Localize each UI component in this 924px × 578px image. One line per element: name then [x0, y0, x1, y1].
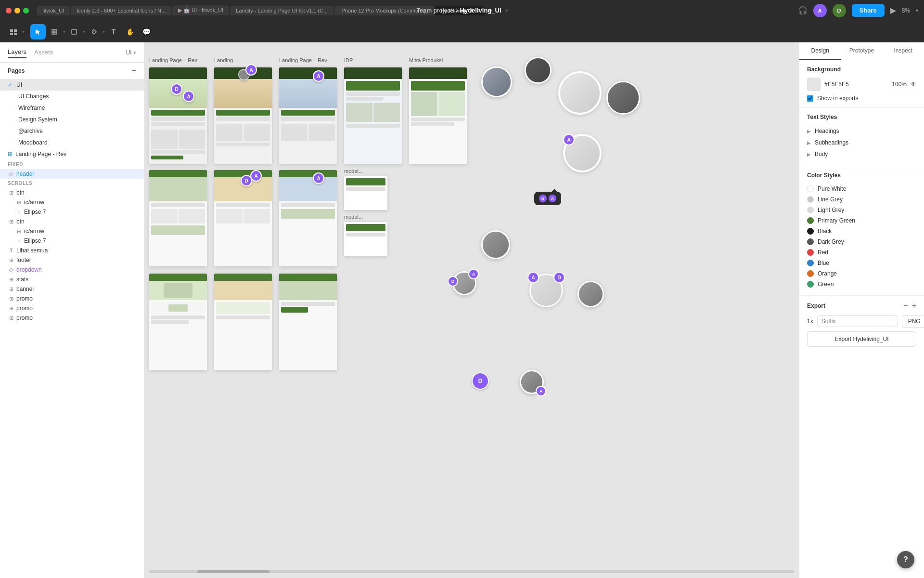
text-style-subheadings[interactable]: ▶ Subheadings: [807, 137, 916, 148]
menu-tool[interactable]: [6, 24, 21, 39]
frame-thumb-4[interactable]: [344, 67, 402, 164]
select-tool[interactable]: [30, 24, 46, 39]
browser-tab-fitwok2[interactable]: ▶ 🤖 UI - fitwok_UI: [172, 5, 229, 15]
frame-thumb-modal-1[interactable]: [344, 176, 387, 210]
canvas-floating-avatar-4: [481, 230, 510, 259]
zoom-level[interactable]: 8%: [902, 7, 910, 14]
background-hex-value[interactable]: #E5E5E5: [824, 81, 879, 88]
layer-ic-arrow-2[interactable]: ⊞ ic/arrow: [0, 226, 144, 236]
menu-arrow[interactable]: ▾: [22, 29, 25, 34]
canvas[interactable]: Landing Page – Rev: [144, 42, 799, 578]
user-avatar-2[interactable]: D: [833, 4, 846, 17]
tab-design[interactable]: Design: [799, 42, 841, 60]
close-traffic-light[interactable]: [6, 8, 12, 13]
frame-arrow[interactable]: ▾: [63, 29, 65, 34]
page-item-design-system[interactable]: Design System: [0, 114, 144, 125]
browser-tab-fitwok[interactable]: fitwok_UI: [37, 6, 70, 15]
pen-tool[interactable]: [86, 24, 102, 39]
help-button[interactable]: ?: [897, 551, 914, 568]
frame-thumb-11[interactable]: [279, 274, 337, 370]
color-style-orange[interactable]: Orange: [807, 268, 916, 279]
color-style-line-grey[interactable]: Line Grey: [807, 194, 916, 205]
layer-label: banner: [16, 286, 34, 292]
tab-assets[interactable]: Assets: [34, 47, 53, 58]
file-dropdown-arrow[interactable]: ▾: [505, 8, 508, 13]
shape-arrow[interactable]: ▾: [83, 29, 85, 34]
share-button[interactable]: Share: [852, 4, 885, 17]
add-page-button[interactable]: +: [132, 66, 136, 75]
color-style-black[interactable]: Black: [807, 226, 916, 236]
layer-promo-2[interactable]: ⊞ promo: [0, 303, 144, 313]
text-style-body[interactable]: ▶ Body: [807, 148, 916, 160]
frame-thumb-8[interactable]: [279, 170, 337, 266]
layer-footer[interactable]: ⊞ footer: [0, 255, 144, 265]
export-suffix-input[interactable]: [817, 315, 898, 327]
page-item-landing[interactable]: ⊞ Landing Page - Rev: [0, 148, 144, 160]
layer-ellipse-1[interactable]: ○ Ellipse 7: [0, 207, 144, 217]
layer-header[interactable]: ◇ header: [0, 169, 144, 179]
add-export-button[interactable]: +: [912, 302, 916, 310]
page-item-archive[interactable]: @archive: [0, 125, 144, 137]
frame-thumb-9[interactable]: [149, 274, 207, 370]
comment-tool[interactable]: 💬: [139, 24, 154, 39]
headphone-icon[interactable]: 🎧: [798, 6, 808, 15]
frame-thumb-2[interactable]: [214, 67, 272, 164]
background-color-swatch[interactable]: [807, 78, 821, 91]
shape-tool[interactable]: [66, 24, 82, 39]
export-button[interactable]: Export Hydeliving_UI: [807, 331, 916, 347]
canvas-scrollbar[interactable]: [149, 570, 794, 573]
text-tool[interactable]: T: [106, 24, 121, 39]
pages-title: Pages: [8, 67, 25, 74]
page-item-wireframe[interactable]: Wireframe: [0, 102, 144, 114]
layer-ellipse-2[interactable]: ○ Ellipse 7: [0, 236, 144, 246]
user-avatar[interactable]: A: [813, 4, 827, 17]
text-style-headings[interactable]: ▶ Headings: [807, 125, 916, 137]
frame-thumb-modal-2[interactable]: [344, 222, 387, 256]
tab-bar: fitwok_UIIconly 2.3 - 600+ Essential Ico…: [37, 5, 794, 15]
color-style-blue[interactable]: Blue: [807, 258, 916, 268]
show-in-exports-checkbox[interactable]: [807, 95, 813, 102]
background-opacity[interactable]: 100%: [883, 81, 907, 88]
hand-tool[interactable]: ✋: [122, 24, 138, 39]
color-style-primary-green[interactable]: Primary Green: [807, 215, 916, 226]
frame-thumb-10[interactable]: [214, 274, 272, 370]
color-style-dark-grey[interactable]: Dark Grey: [807, 236, 916, 247]
frame-thumb-5[interactable]: [409, 67, 467, 164]
layer-promo-3[interactable]: ⊞ promo: [0, 313, 144, 323]
color-style-red[interactable]: Red: [807, 247, 916, 258]
frame-thumb-1[interactable]: [149, 67, 207, 164]
frame-tool[interactable]: [47, 24, 62, 39]
layer-promo-1[interactable]: ⊞ promo: [0, 294, 144, 303]
layer-btn-1[interactable]: ⊞ btn: [0, 188, 144, 197]
eye-icon[interactable]: 👁: [911, 81, 916, 88]
layer-ic-arrow-1[interactable]: ⊞ ic/arrow: [0, 197, 144, 207]
layer-lihat-semua[interactable]: T Lihat semua: [0, 246, 144, 255]
frame-thumb-6[interactable]: [149, 170, 207, 266]
page-item-ui-changes[interactable]: UI Changes: [0, 91, 144, 102]
tab-inspect[interactable]: Inspect: [883, 42, 924, 60]
zoom-dropdown-arrow[interactable]: ▾: [916, 8, 918, 13]
tab-prototype[interactable]: Prototype: [841, 42, 882, 60]
remove-export-button[interactable]: −: [903, 302, 908, 310]
browser-tab-landify[interactable]: Landify - Landing Page UI Kit v1.1 (C...: [230, 6, 334, 15]
color-dot: [807, 238, 814, 245]
layer-btn-2[interactable]: ⊞ btn: [0, 217, 144, 226]
frame-thumb-3[interactable]: [279, 67, 337, 164]
color-style-green[interactable]: Green: [807, 279, 916, 289]
minimize-traffic-light[interactable]: [14, 8, 20, 13]
file-name[interactable]: Hydeliving_UI: [460, 7, 501, 14]
tab-layers[interactable]: Layers: [8, 46, 26, 58]
layer-dropdown[interactable]: ◇ dropdown: [0, 265, 144, 275]
browser-tab-iconly[interactable]: Iconly 2.3 - 600+ Essential Icons / N...: [71, 6, 171, 15]
maximize-traffic-light[interactable]: [23, 8, 29, 13]
play-icon[interactable]: ▶: [890, 6, 896, 15]
layer-banner[interactable]: ⊞ banner: [0, 284, 144, 294]
export-format-select[interactable]: PNG JPG SVG PDF: [902, 315, 924, 328]
pen-arrow[interactable]: ▾: [103, 29, 105, 34]
chevron-right-icon: ▶: [807, 129, 811, 134]
layer-stats[interactable]: ⊞ stats: [0, 275, 144, 284]
color-style-pure-white[interactable]: Pure White: [807, 184, 916, 194]
color-style-light-grey[interactable]: Light Grey: [807, 205, 916, 215]
page-item-moodboard[interactable]: Moodboard: [0, 137, 144, 148]
page-item-ui[interactable]: ✓ UI: [0, 79, 144, 91]
